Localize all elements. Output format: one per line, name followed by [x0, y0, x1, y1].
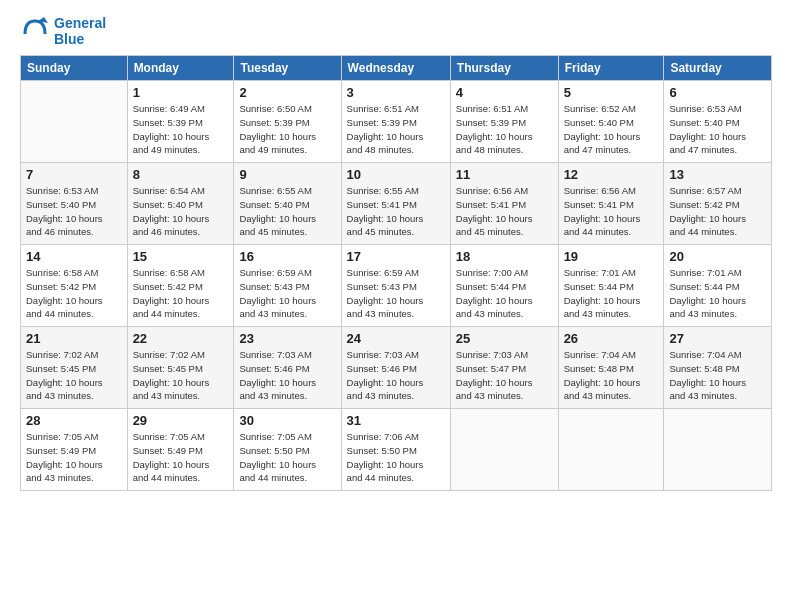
day-info: Sunrise: 7:01 AM Sunset: 5:44 PM Dayligh…	[669, 266, 766, 321]
calendar-cell: 8Sunrise: 6:54 AM Sunset: 5:40 PM Daylig…	[127, 163, 234, 245]
day-info: Sunrise: 7:00 AM Sunset: 5:44 PM Dayligh…	[456, 266, 553, 321]
calendar-cell: 20Sunrise: 7:01 AM Sunset: 5:44 PM Dayli…	[664, 245, 772, 327]
calendar-cell: 1Sunrise: 6:49 AM Sunset: 5:39 PM Daylig…	[127, 81, 234, 163]
day-info: Sunrise: 7:03 AM Sunset: 5:46 PM Dayligh…	[347, 348, 445, 403]
day-info: Sunrise: 6:55 AM Sunset: 5:41 PM Dayligh…	[347, 184, 445, 239]
day-info: Sunrise: 7:05 AM Sunset: 5:49 PM Dayligh…	[26, 430, 122, 485]
calendar-cell: 25Sunrise: 7:03 AM Sunset: 5:47 PM Dayli…	[450, 327, 558, 409]
calendar-cell: 22Sunrise: 7:02 AM Sunset: 5:45 PM Dayli…	[127, 327, 234, 409]
day-info: Sunrise: 6:49 AM Sunset: 5:39 PM Dayligh…	[133, 102, 229, 157]
calendar-cell: 3Sunrise: 6:51 AM Sunset: 5:39 PM Daylig…	[341, 81, 450, 163]
calendar-cell: 4Sunrise: 6:51 AM Sunset: 5:39 PM Daylig…	[450, 81, 558, 163]
week-row-2: 7Sunrise: 6:53 AM Sunset: 5:40 PM Daylig…	[21, 163, 772, 245]
day-number: 23	[239, 331, 335, 346]
day-number: 17	[347, 249, 445, 264]
day-number: 27	[669, 331, 766, 346]
day-number: 30	[239, 413, 335, 428]
day-number: 22	[133, 331, 229, 346]
day-number: 28	[26, 413, 122, 428]
calendar-cell: 24Sunrise: 7:03 AM Sunset: 5:46 PM Dayli…	[341, 327, 450, 409]
day-info: Sunrise: 6:56 AM Sunset: 5:41 PM Dayligh…	[564, 184, 659, 239]
calendar-cell: 12Sunrise: 6:56 AM Sunset: 5:41 PM Dayli…	[558, 163, 664, 245]
calendar-cell: 19Sunrise: 7:01 AM Sunset: 5:44 PM Dayli…	[558, 245, 664, 327]
header-wednesday: Wednesday	[341, 56, 450, 81]
calendar-cell: 2Sunrise: 6:50 AM Sunset: 5:39 PM Daylig…	[234, 81, 341, 163]
header-thursday: Thursday	[450, 56, 558, 81]
logo-blue: Blue	[54, 31, 106, 47]
day-info: Sunrise: 7:01 AM Sunset: 5:44 PM Dayligh…	[564, 266, 659, 321]
page-header: GeneralBlue	[20, 15, 772, 47]
day-number: 13	[669, 167, 766, 182]
calendar-cell	[664, 409, 772, 491]
calendar-cell: 9Sunrise: 6:55 AM Sunset: 5:40 PM Daylig…	[234, 163, 341, 245]
day-number: 12	[564, 167, 659, 182]
calendar-cell: 6Sunrise: 6:53 AM Sunset: 5:40 PM Daylig…	[664, 81, 772, 163]
logo: GeneralBlue	[20, 15, 106, 47]
week-row-1: 1Sunrise: 6:49 AM Sunset: 5:39 PM Daylig…	[21, 81, 772, 163]
day-info: Sunrise: 6:54 AM Sunset: 5:40 PM Dayligh…	[133, 184, 229, 239]
day-number: 15	[133, 249, 229, 264]
calendar-body: 1Sunrise: 6:49 AM Sunset: 5:39 PM Daylig…	[21, 81, 772, 491]
calendar-cell: 28Sunrise: 7:05 AM Sunset: 5:49 PM Dayli…	[21, 409, 128, 491]
header-friday: Friday	[558, 56, 664, 81]
day-info: Sunrise: 6:51 AM Sunset: 5:39 PM Dayligh…	[456, 102, 553, 157]
logo-bird-icon	[20, 16, 50, 46]
day-number: 8	[133, 167, 229, 182]
calendar-cell: 18Sunrise: 7:00 AM Sunset: 5:44 PM Dayli…	[450, 245, 558, 327]
calendar-cell: 5Sunrise: 6:52 AM Sunset: 5:40 PM Daylig…	[558, 81, 664, 163]
calendar-cell: 27Sunrise: 7:04 AM Sunset: 5:48 PM Dayli…	[664, 327, 772, 409]
day-info: Sunrise: 7:03 AM Sunset: 5:47 PM Dayligh…	[456, 348, 553, 403]
week-row-3: 14Sunrise: 6:58 AM Sunset: 5:42 PM Dayli…	[21, 245, 772, 327]
day-number: 31	[347, 413, 445, 428]
calendar-header: SundayMondayTuesdayWednesdayThursdayFrid…	[21, 56, 772, 81]
day-info: Sunrise: 6:52 AM Sunset: 5:40 PM Dayligh…	[564, 102, 659, 157]
day-info: Sunrise: 7:04 AM Sunset: 5:48 PM Dayligh…	[669, 348, 766, 403]
day-info: Sunrise: 7:02 AM Sunset: 5:45 PM Dayligh…	[133, 348, 229, 403]
day-number: 2	[239, 85, 335, 100]
calendar-cell: 30Sunrise: 7:05 AM Sunset: 5:50 PM Dayli…	[234, 409, 341, 491]
day-info: Sunrise: 6:59 AM Sunset: 5:43 PM Dayligh…	[347, 266, 445, 321]
week-row-5: 28Sunrise: 7:05 AM Sunset: 5:49 PM Dayli…	[21, 409, 772, 491]
day-info: Sunrise: 6:56 AM Sunset: 5:41 PM Dayligh…	[456, 184, 553, 239]
day-number: 5	[564, 85, 659, 100]
day-info: Sunrise: 7:04 AM Sunset: 5:48 PM Dayligh…	[564, 348, 659, 403]
day-number: 6	[669, 85, 766, 100]
day-number: 10	[347, 167, 445, 182]
day-number: 26	[564, 331, 659, 346]
calendar-table: SundayMondayTuesdayWednesdayThursdayFrid…	[20, 55, 772, 491]
day-number: 19	[564, 249, 659, 264]
calendar-cell: 23Sunrise: 7:03 AM Sunset: 5:46 PM Dayli…	[234, 327, 341, 409]
day-info: Sunrise: 6:57 AM Sunset: 5:42 PM Dayligh…	[669, 184, 766, 239]
day-number: 18	[456, 249, 553, 264]
day-info: Sunrise: 7:05 AM Sunset: 5:49 PM Dayligh…	[133, 430, 229, 485]
header-sunday: Sunday	[21, 56, 128, 81]
day-number: 21	[26, 331, 122, 346]
calendar-cell: 21Sunrise: 7:02 AM Sunset: 5:45 PM Dayli…	[21, 327, 128, 409]
header-monday: Monday	[127, 56, 234, 81]
calendar-cell: 10Sunrise: 6:55 AM Sunset: 5:41 PM Dayli…	[341, 163, 450, 245]
calendar-cell: 7Sunrise: 6:53 AM Sunset: 5:40 PM Daylig…	[21, 163, 128, 245]
calendar-cell: 13Sunrise: 6:57 AM Sunset: 5:42 PM Dayli…	[664, 163, 772, 245]
day-number: 1	[133, 85, 229, 100]
calendar-cell: 16Sunrise: 6:59 AM Sunset: 5:43 PM Dayli…	[234, 245, 341, 327]
day-number: 29	[133, 413, 229, 428]
day-info: Sunrise: 6:59 AM Sunset: 5:43 PM Dayligh…	[239, 266, 335, 321]
day-number: 3	[347, 85, 445, 100]
calendar-cell: 14Sunrise: 6:58 AM Sunset: 5:42 PM Dayli…	[21, 245, 128, 327]
logo-general: General	[54, 15, 106, 31]
calendar-cell	[558, 409, 664, 491]
week-row-4: 21Sunrise: 7:02 AM Sunset: 5:45 PM Dayli…	[21, 327, 772, 409]
day-number: 14	[26, 249, 122, 264]
day-info: Sunrise: 6:51 AM Sunset: 5:39 PM Dayligh…	[347, 102, 445, 157]
day-number: 20	[669, 249, 766, 264]
day-info: Sunrise: 6:50 AM Sunset: 5:39 PM Dayligh…	[239, 102, 335, 157]
header-row: SundayMondayTuesdayWednesdayThursdayFrid…	[21, 56, 772, 81]
calendar-cell: 29Sunrise: 7:05 AM Sunset: 5:49 PM Dayli…	[127, 409, 234, 491]
day-info: Sunrise: 6:58 AM Sunset: 5:42 PM Dayligh…	[133, 266, 229, 321]
day-info: Sunrise: 6:53 AM Sunset: 5:40 PM Dayligh…	[26, 184, 122, 239]
day-number: 7	[26, 167, 122, 182]
day-info: Sunrise: 7:02 AM Sunset: 5:45 PM Dayligh…	[26, 348, 122, 403]
day-info: Sunrise: 7:05 AM Sunset: 5:50 PM Dayligh…	[239, 430, 335, 485]
day-number: 16	[239, 249, 335, 264]
day-number: 24	[347, 331, 445, 346]
